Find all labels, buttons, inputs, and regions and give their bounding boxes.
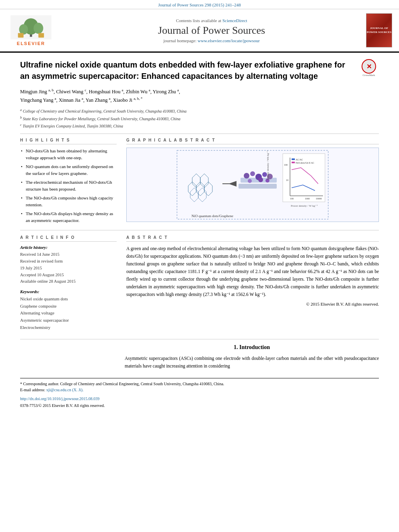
email-label: E-mail address:	[20, 388, 45, 392]
svg-rect-30	[292, 158, 295, 160]
divider-1	[20, 134, 379, 134]
article-info-col: A R T I C L E I N F O Article history: R…	[20, 235, 117, 331]
highlights-list: NiO-dots/Gh has been obtained by alterna…	[20, 148, 117, 224]
article-history: Article history: Received 14 June 2015 R…	[20, 245, 117, 285]
author-5: Yirong Zhu	[153, 89, 177, 94]
author-6: Yingchang Yang	[20, 97, 55, 103]
introduction-section: 1. Introduction Asymmetric supercapacito…	[20, 339, 379, 370]
crossmark-label: CrossMark	[359, 74, 379, 77]
accepted-date: Accepted 10 August 2015	[20, 272, 117, 279]
sciencedirect-link[interactable]: ScienceDirect	[222, 18, 247, 23]
cover-image: JOURNAL OF POWER SOURCES	[366, 13, 392, 47]
article-info-header: A R T I C L E I N F O	[20, 235, 117, 242]
intro-two-col: 1. Introduction Asymmetric supercapacito…	[20, 344, 379, 370]
abstract-text: A green and one-step method of electroch…	[126, 245, 379, 298]
highlights-graphical-section: H I G H L I G H T S NiO-dots/Gh has been…	[20, 138, 379, 226]
highlights-header: H I G H L I G H T S	[20, 138, 117, 144]
elsevier-label: ELSEVIER	[17, 41, 45, 46]
article-title: Ultrafine nickel oxide quantum dots enbe…	[20, 59, 347, 82]
keywords-title: Keywords:	[20, 289, 117, 294]
journal-header: ELSEVIER Contents lists available at Sci…	[0, 9, 399, 53]
cover-text: JOURNAL OF POWER SOURCES	[366, 27, 392, 34]
online-date: Available online 28 August 2015	[20, 278, 117, 285]
elsevier-tree-icon	[9, 15, 53, 39]
article-info-abstract-section: A R T I C L E I N F O Article history: R…	[20, 235, 379, 331]
svg-point-12	[244, 173, 249, 179]
abstract-col: A B S T R A C T A green and one-step met…	[126, 235, 379, 331]
keywords-section: Keywords: Nickel oxide quantum dots Grap…	[20, 289, 117, 331]
highlight-item-3: The electrochemical mechanism of NiO-dot…	[20, 179, 117, 192]
highlight-item-5: The NiO-dots/Gh displays high energy den…	[20, 210, 117, 224]
keyword-5: Electrochemistry	[20, 324, 117, 331]
svg-rect-6	[38, 33, 44, 37]
svg-point-18	[258, 177, 263, 182]
journal-reference-bar: Journal of Power Sources 298 (2015) 241–…	[0, 0, 399, 9]
svg-text:NiO-dots/Gh II AC: NiO-dots/Gh II AC	[296, 162, 314, 164]
svg-text:10000: 10000	[316, 197, 322, 200]
journal-url[interactable]: www.elsevier.com/locate/jpowsour	[197, 38, 259, 43]
svg-text:NiO quantum dots/Graphene: NiO quantum dots/Graphene	[191, 214, 233, 218]
highlight-item-4: The NiO-dots/Gh composite shows high cap…	[20, 195, 117, 208]
svg-rect-32	[292, 162, 295, 163]
journal-title: Journal of Power Sources	[57, 25, 366, 37]
keyword-1: Nickel oxide quantum dots	[20, 296, 117, 303]
journal-homepage: journal homepage: www.elsevier.com/locat…	[57, 38, 366, 43]
journal-center: Contents lists available at ScienceDirec…	[57, 18, 366, 43]
svg-point-17	[248, 179, 252, 183]
svg-text:Power density / W kg⁻¹: Power density / W kg⁻¹	[291, 204, 318, 207]
intro-body-text: Asymmetric supercapacitors (ASCs) combin…	[125, 355, 379, 370]
graphical-abstract-image: Energy density / Wh kg⁻¹ Power density /…	[126, 148, 379, 222]
crossmark-badge[interactable]: ✕ CrossMark	[359, 59, 379, 77]
copyright: © 2015 Elsevier B.V. All rights reserved…	[126, 302, 379, 306]
revised-date: Received in revised form19 July 2015	[20, 258, 117, 272]
keyword-4: Asymmetric supercapacitor	[20, 317, 117, 324]
svg-point-4	[33, 23, 43, 34]
corresponding-note-text: * Corresponding author. College of Chemi…	[20, 382, 224, 386]
highlight-item-2: NiO quantum dots can be uniformly disper…	[20, 163, 117, 177]
intro-right: 1. Introduction Asymmetric supercapacito…	[125, 344, 379, 370]
corresponding-author-note: * Corresponding author. College of Chemi…	[20, 381, 379, 393]
affiliation-a: a College of Chemistry and Chemical Engi…	[20, 107, 379, 115]
affiliation-b: b State Key Laboratory for Powder Metall…	[20, 115, 379, 122]
sciencedirect-line: Contents lists available at ScienceDirec…	[57, 18, 366, 23]
journal-reference: Journal of Power Sources 298 (2015) 241–…	[158, 2, 241, 7]
crossmark-circle: ✕	[362, 59, 376, 74]
article-history-title: Article history:	[20, 245, 117, 250]
received-date: Received 14 June 2015	[20, 251, 117, 258]
issn-text: 0378-7753/© 2015 Elsevier B.V. All right…	[20, 403, 105, 408]
author-4: Zhibin Wu	[126, 89, 149, 94]
keyword-2: Graphene composite	[20, 303, 117, 310]
svg-rect-20	[283, 154, 325, 202]
svg-point-3	[19, 24, 28, 35]
crossmark-icon: ✕	[366, 63, 372, 70]
svg-point-13	[250, 171, 255, 176]
author-8: Yan Zhang	[86, 97, 109, 103]
graphical-abstract-header: G R A P H I C A L A B S T R A C T	[126, 138, 379, 144]
svg-text:AC/AC: AC/AC	[296, 158, 303, 161]
author-3: Hongshuai Hou	[89, 89, 122, 94]
highlights-section: H I G H L I G H T S NiO-dots/Gh has been…	[20, 138, 117, 226]
abstract-header: A B S T R A C T	[126, 235, 379, 242]
graphical-abstract-section: G R A P H I C A L A B S T R A C T	[126, 138, 379, 226]
svg-text:10: 10	[286, 179, 288, 181]
authors-line: Mingjun Jing a, b, Chiwei Wang c, Hongsh…	[20, 87, 379, 104]
doi-link[interactable]: http://dx.doi.org/10.1016/j.jpowsour.201…	[20, 396, 99, 401]
divider-2	[20, 230, 379, 230]
keyword-3: Alternating voltage	[20, 310, 117, 317]
svg-rect-5	[18, 33, 24, 37]
author-9: Xiaobo Ji	[113, 97, 134, 103]
affiliation-c: c Tianjin EV Energies Company Limited, T…	[20, 122, 379, 129]
author-2: Chiwei Wang	[56, 89, 84, 94]
elsevier-logo: ELSEVIER	[5, 15, 57, 46]
graphical-abstract-svg: Energy density / Wh kg⁻¹ Power density /…	[176, 150, 329, 220]
main-content: Ultrafine nickel oxide quantum dots enbe…	[0, 53, 399, 415]
email-link[interactable]: xji@csu.edu.cn (X. Ji).	[46, 388, 84, 392]
svg-text:100: 100	[284, 164, 288, 166]
author-7: Xinnan Jia	[59, 97, 82, 103]
affiliations: a College of Chemistry and Chemical Engi…	[20, 107, 379, 129]
svg-rect-11	[239, 184, 277, 189]
svg-text:Energy density / Wh kg⁻¹: Energy density / Wh kg⁻¹	[266, 151, 269, 180]
svg-text:100: 100	[290, 197, 294, 200]
highlight-item-1: NiO-dots/Gh has been obtained by alterna…	[20, 148, 117, 161]
intro-heading: 1. Introduction	[125, 344, 379, 351]
